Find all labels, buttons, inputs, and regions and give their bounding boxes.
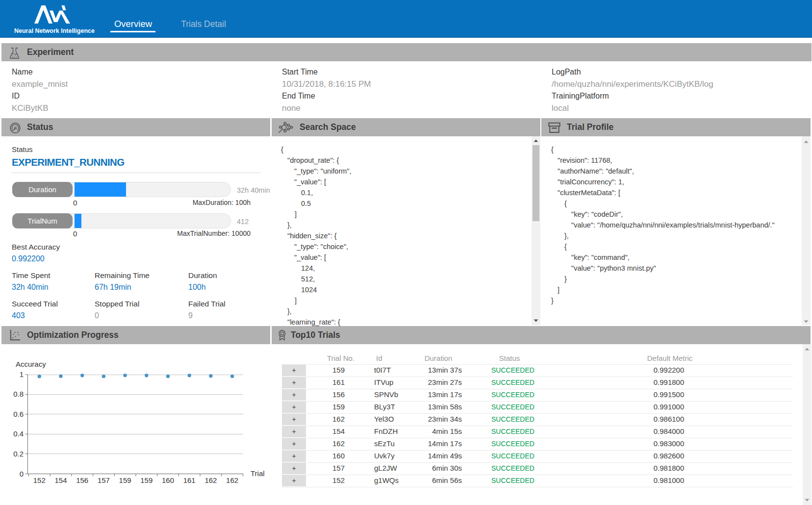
svg-text:162: 162 — [204, 476, 217, 484]
svg-text:161: 161 — [183, 476, 196, 484]
svg-text:159: 159 — [119, 476, 131, 484]
svg-text:152: 152 — [33, 476, 46, 484]
svg-text:0.2: 0.2 — [13, 450, 24, 458]
svg-text:159: 159 — [140, 476, 152, 484]
svg-text:Accuracy: Accuracy — [16, 360, 46, 368]
svg-text:1: 1 — [20, 370, 24, 379]
svg-text:156: 156 — [76, 476, 88, 484]
svg-text:157: 157 — [98, 476, 110, 484]
svg-text:162: 162 — [226, 476, 238, 484]
svg-text:154: 154 — [54, 476, 67, 484]
svg-text:Trial: Trial — [251, 469, 265, 478]
svg-text:0.4: 0.4 — [13, 429, 24, 438]
svg-text:160: 160 — [162, 476, 174, 484]
svg-text:0.8: 0.8 — [13, 390, 24, 398]
svg-text:0: 0 — [20, 470, 24, 478]
svg-text:0.6: 0.6 — [13, 410, 24, 418]
